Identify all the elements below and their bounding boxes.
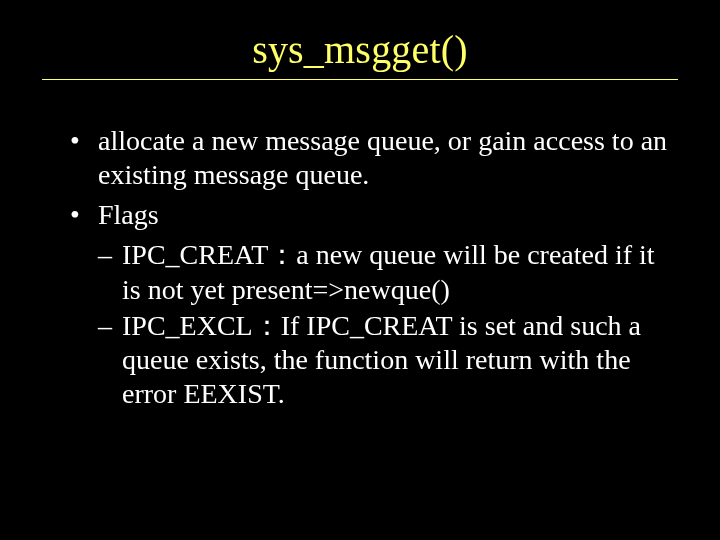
bullet-item: • Flags <box>70 198 668 232</box>
slide-body: • allocate a new message queue, or gain … <box>0 80 720 411</box>
bullet-dot-icon: • <box>70 124 80 158</box>
bullet-text: allocate a new message queue, or gain ac… <box>98 125 667 190</box>
slide-title: sys_msgget() <box>0 0 720 79</box>
sub-bullet-text: IPC_EXCL：If IPC_CREAT is set and such a … <box>122 310 641 409</box>
bullet-dash-icon: – <box>98 238 112 272</box>
bullet-text: Flags <box>98 199 159 230</box>
bullet-dot-icon: • <box>70 198 80 232</box>
bullet-dash-icon: – <box>98 309 112 343</box>
sub-bullet-item: – IPC_EXCL：If IPC_CREAT is set and such … <box>70 309 668 411</box>
sub-bullet-text: IPC_CREAT：a new queue will be created if… <box>122 239 655 304</box>
bullet-item: • allocate a new message queue, or gain … <box>70 124 668 192</box>
sub-bullet-item: – IPC_CREAT：a new queue will be created … <box>70 238 668 306</box>
slide: sys_msgget() • allocate a new message qu… <box>0 0 720 540</box>
